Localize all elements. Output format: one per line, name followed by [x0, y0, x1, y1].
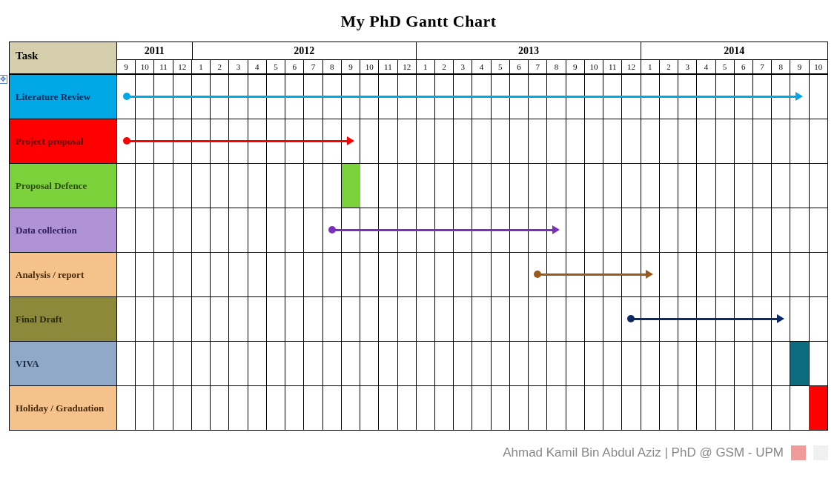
month-header: 5	[716, 60, 735, 73]
footer-swatch	[813, 445, 828, 460]
task-labels-column: Literature ReviewProject proposalProposa…	[10, 74, 117, 430]
grid-row	[117, 74, 827, 119]
month-header: 9	[790, 60, 809, 73]
month-header: 1	[641, 60, 660, 73]
month-header: 7	[753, 60, 772, 73]
month-header: 12	[398, 60, 417, 73]
month-header: 10	[360, 60, 379, 73]
month-header: 1	[417, 60, 435, 73]
gantt-grid	[117, 74, 827, 430]
month-header: 9	[117, 60, 136, 73]
month-header: 8	[772, 60, 790, 73]
year-header: 2014	[641, 42, 827, 60]
month-header: 3	[678, 60, 697, 73]
month-header: 6	[285, 60, 304, 73]
month-header: 2	[435, 60, 454, 73]
footer-text: Ahmad Kamil Bin Abdul Aziz | PhD @ GSM -…	[503, 445, 784, 460]
month-header: 8	[323, 60, 342, 73]
table-anchor-icon: ✥	[0, 75, 7, 84]
task-label: Project proposal	[10, 119, 117, 163]
month-header: 2	[211, 60, 229, 73]
grid-row	[117, 252, 827, 296]
month-header: 12	[622, 60, 641, 73]
year-header: 2011	[117, 42, 193, 60]
grid-row	[117, 119, 827, 163]
task-label: Proposal Defence	[10, 163, 117, 208]
month-header: 11	[379, 60, 397, 73]
grid-row	[117, 296, 827, 341]
page-title: My PhD Gantt Chart	[7, 12, 830, 31]
grid-row	[117, 163, 827, 208]
month-header: 12	[173, 60, 192, 73]
task-label: Final Draft	[10, 296, 117, 341]
month-header: 4	[248, 60, 267, 73]
gantt-header: Task 20112012201320149101112123456789101…	[10, 42, 827, 74]
task-label: Analysis / report	[10, 252, 117, 296]
task-label: Data collection	[10, 208, 117, 252]
month-header: 7	[304, 60, 322, 73]
month-header: 9	[342, 60, 360, 73]
gantt-body: Literature ReviewProject proposalProposa…	[10, 74, 827, 430]
task-column-header: Task	[10, 42, 117, 73]
footer-swatch	[791, 445, 806, 460]
grid-row	[117, 208, 827, 252]
month-header: 6	[510, 60, 529, 73]
month-header: 8	[547, 60, 566, 73]
footer: Ahmad Kamil Bin Abdul Aziz | PhD @ GSM -…	[9, 445, 828, 460]
month-header: 11	[154, 60, 173, 73]
year-header: 2012	[193, 42, 417, 60]
month-header: 10	[136, 60, 154, 73]
month-header: 2	[660, 60, 678, 73]
grid-row	[117, 341, 827, 385]
month-header: 4	[472, 60, 491, 73]
month-header: 1	[192, 60, 211, 73]
month-header: 4	[697, 60, 715, 73]
task-label: Holiday / Graduation	[10, 385, 117, 430]
month-header: 3	[454, 60, 472, 73]
task-label: Literature Review	[10, 74, 117, 119]
month-header: 3	[229, 60, 248, 73]
month-header: 10	[810, 60, 827, 73]
month-header: 5	[267, 60, 285, 73]
gantt-chart: Task 20112012201320149101112123456789101…	[9, 42, 828, 431]
month-header: 10	[585, 60, 603, 73]
grid-row	[117, 385, 827, 430]
task-label: VIVA	[10, 341, 117, 385]
time-axis: 2011201220132014910111212345678910111212…	[117, 42, 827, 73]
month-header: 5	[492, 60, 510, 73]
month-header: 7	[529, 60, 547, 73]
month-header: 11	[603, 60, 622, 73]
month-header: 9	[566, 60, 585, 73]
year-header: 2013	[417, 42, 641, 60]
month-header: 6	[735, 60, 753, 73]
